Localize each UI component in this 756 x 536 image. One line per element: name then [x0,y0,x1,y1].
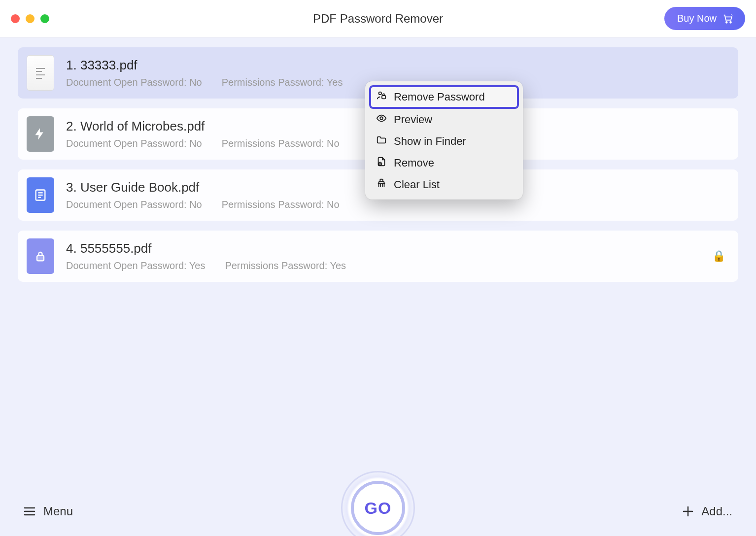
buy-now-label: Buy Now [677,13,717,24]
eye-icon [376,113,387,127]
go-button-wrap: GO [341,471,415,536]
menu-item-remove[interactable]: Remove [369,152,519,174]
add-label: Add... [701,504,732,518]
buy-now-button[interactable]: Buy Now [664,7,745,30]
file-x-icon [376,156,387,170]
file-meta: Document Open Password: Yes Permissions … [66,260,712,271]
svg-point-0 [726,21,727,23]
folder-icon [376,134,387,148]
svg-point-1 [730,21,731,23]
unlock-person-icon [376,90,387,104]
file-thumbnail [27,116,54,152]
file-thumbnail [27,238,54,274]
menu-item-remove-password[interactable]: Remove Password [369,85,519,109]
menu-item-label: Remove Password [394,91,485,103]
hamburger-icon [24,506,35,516]
svg-rect-8 [382,96,385,99]
menu-item-label: Clear List [394,178,440,191]
maximize-window-button[interactable] [40,14,49,23]
svg-point-9 [380,117,383,120]
menu-item-show-in-finder[interactable]: Show in Finder [369,131,519,152]
window-controls [11,14,49,23]
menu-item-preview[interactable]: Preview [369,109,519,131]
menu-item-label: Remove [394,157,434,169]
svg-point-7 [379,92,382,95]
cart-icon [722,13,734,24]
menu-item-label: Preview [394,113,432,126]
file-title: 4. 5555555.pdf [66,241,712,256]
go-button[interactable]: GO [351,481,405,535]
context-menu: Remove Password Preview Show in Finder R… [365,81,523,200]
file-thumbnail [27,177,54,213]
menu-item-clear-list[interactable]: Clear List [369,174,519,196]
minimize-window-button[interactable] [26,14,34,23]
file-title: 1. 33333.pdf [66,58,725,73]
menu-item-label: Show in Finder [394,135,466,148]
file-meta: Document Open Password: No Permissions P… [66,199,725,210]
broom-icon [376,178,387,192]
close-window-button[interactable] [11,14,20,23]
menu-label: Menu [43,504,73,518]
titlebar: PDF Password Remover Buy Now [0,0,756,37]
go-label: GO [365,499,392,518]
footer-bar: Menu GO Add... [0,487,756,536]
add-button[interactable]: Add... [683,504,732,518]
svg-rect-6 [37,256,44,261]
file-thumbnail: ▬▬▬▬▬▬▬▬▬▬ [27,55,54,91]
file-info: 4. 5555555.pdf Document Open Password: Y… [66,241,712,271]
app-title: PDF Password Remover [313,12,443,26]
plus-icon [683,506,693,517]
menu-button[interactable]: Menu [24,504,73,518]
lock-icon: 🔒 [712,250,725,263]
file-row[interactable]: 4. 5555555.pdf Document Open Password: Y… [18,231,738,282]
